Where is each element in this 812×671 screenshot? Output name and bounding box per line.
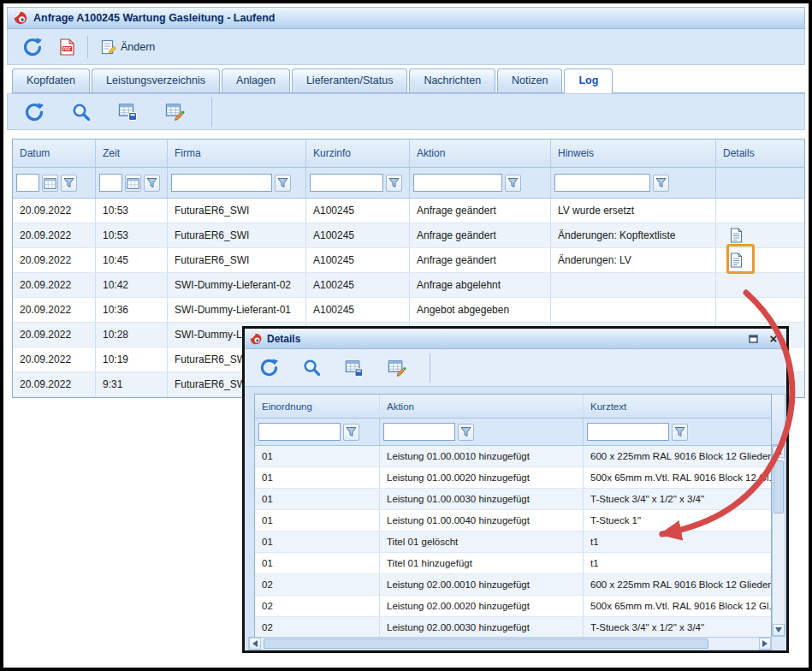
tab-notizen[interactable]: Notizen: [497, 68, 562, 92]
dialog-export-button[interactable]: [341, 356, 368, 380]
dialog-titlebar[interactable]: Details ×: [245, 329, 786, 349]
scrollbar-corner: [772, 637, 785, 650]
refresh-button[interactable]: [18, 34, 47, 60]
cell-datum: 20.09.2022: [13, 347, 96, 371]
filter-funnel-icon[interactable]: [343, 424, 359, 441]
table-row[interactable]: 02 Leistung 02.00.0010 hinzugefügt 600 x…: [255, 574, 771, 596]
grid-search-button[interactable]: [68, 100, 95, 124]
filter-funnel-icon[interactable]: [458, 424, 474, 441]
main-titlebar: Anfrage A100245 Wartung Gasleitung - Lau…: [7, 7, 805, 29]
dialog-title: Details: [267, 333, 740, 345]
table-row[interactable]: 01 Leistung 01.00.0040 hinzugefügt T-Stu…: [255, 510, 771, 531]
column-header-datum[interactable]: Datum: [13, 140, 96, 167]
filter-funnel-icon[interactable]: [275, 175, 291, 192]
column-header-aktion[interactable]: Aktion: [410, 140, 551, 167]
edit-form-icon: [101, 39, 116, 55]
aendern-button[interactable]: Ändern: [97, 37, 159, 57]
table-row[interactable]: 02 Leistung 02.00.0020 hinzugefügt 500x …: [255, 596, 771, 617]
scroll-left-icon[interactable]: [249, 638, 261, 650]
table-row[interactable]: 01 Titel 01 gelöscht t1: [255, 531, 771, 553]
filter-funnel-icon[interactable]: [653, 175, 669, 192]
export-table-icon: [345, 359, 364, 377]
main-toolbar: PDF Ändern: [7, 29, 805, 65]
filter-hinweis-input[interactable]: [554, 174, 650, 192]
table-row[interactable]: 20.09.2022 10:45 FuturaER6_SWI A100245 A…: [13, 248, 804, 273]
table-row[interactable]: 20.09.2022 10:53 FuturaER6_SWI A100245 A…: [13, 223, 804, 248]
cell-zeit: 9:31: [96, 372, 168, 396]
cell-aktion: Anfrage geändert: [410, 223, 551, 247]
cell-firma: FuturaER6_SWI: [168, 248, 306, 272]
tab-lieferanten-status[interactable]: Lieferanten/Status: [292, 68, 407, 92]
table-row[interactable]: 01 Leistung 01.00.0030 hinzugefügt T-Stu…: [255, 489, 771, 510]
column-header-aktion[interactable]: Aktion: [380, 395, 584, 418]
filter-kurztext-input[interactable]: [587, 423, 669, 441]
filter-aktion-input[interactable]: [383, 423, 455, 441]
scroll-up-icon[interactable]: [773, 446, 785, 458]
tab-nachrichten[interactable]: Nachrichten: [409, 68, 495, 92]
cell-hinweis: Änderungen: LV: [551, 248, 716, 272]
grid-export-button[interactable]: [114, 99, 142, 124]
table-row[interactable]: 20.09.2022 10:53 FuturaER6_SWI A100245 A…: [13, 199, 804, 223]
filter-datum-input[interactable]: [16, 174, 39, 192]
dialog-refresh-button[interactable]: [255, 355, 283, 380]
pdf-export-button[interactable]: PDF: [56, 36, 79, 58]
dialog-search-button[interactable]: [299, 356, 325, 379]
cell-datum: 20.09.2022: [13, 223, 96, 247]
tab-log[interactable]: Log: [564, 68, 613, 93]
filter-kurzinfo-input[interactable]: [310, 174, 383, 192]
cell-kurzinfo: A100245: [306, 199, 410, 223]
column-header-kurzinfo[interactable]: Kurzinfo: [306, 140, 410, 167]
refresh-icon: [24, 102, 44, 122]
filter-funnel-icon[interactable]: [386, 175, 402, 192]
cell-aktion: Leistung 02.00.0030 hinzugefügt: [380, 617, 584, 638]
table-row[interactable]: 20.09.2022 10:42 SWI-Dummy-Lieferant-02 …: [13, 273, 804, 298]
refresh-icon: [22, 37, 43, 57]
horizontal-scrollbar[interactable]: [248, 637, 772, 650]
tab-kopfdaten[interactable]: Kopfdaten: [12, 68, 90, 92]
table-row[interactable]: 20.09.2022 10:36 SWI-Dummy-Lieferant-01 …: [13, 298, 804, 323]
close-icon[interactable]: ×: [766, 332, 781, 346]
filter-funnel-icon[interactable]: [61, 175, 77, 192]
filter-einordnung-input[interactable]: [258, 423, 341, 441]
filter-funnel-icon[interactable]: [144, 175, 160, 192]
filter-funnel-icon[interactable]: [505, 175, 521, 192]
column-header-firma[interactable]: Firma: [168, 140, 306, 167]
column-header-details[interactable]: Details: [716, 140, 804, 167]
filter-aktion-input[interactable]: [413, 174, 502, 192]
scroll-right-icon[interactable]: [759, 638, 771, 650]
table-row[interactable]: 01 Leistung 01.00.0010 hinzugefügt 600 x…: [255, 446, 771, 467]
column-header-zeit[interactable]: Zeit: [96, 140, 168, 167]
column-header-kurztext[interactable]: Kurztext: [584, 395, 771, 418]
filter-firma-input[interactable]: [171, 174, 272, 192]
tab-anlagen[interactable]: Anlagen: [222, 68, 290, 92]
dialog-export-edit-button[interactable]: [383, 356, 411, 380]
restore-icon[interactable]: [745, 332, 761, 346]
log-table-header: Datum Zeit Firma Kurzinfo Aktion Hinweis…: [13, 140, 804, 168]
filter-zeit-input[interactable]: [99, 174, 122, 192]
vertical-scroll-thumb[interactable]: [773, 460, 784, 514]
filter-funnel-icon[interactable]: [672, 424, 688, 441]
cell-kurztext: 500x 65mm m.Vtl. RAL 9016 Block 12 Gl.: [584, 467, 771, 488]
horizontal-scroll-thumb[interactable]: [264, 638, 708, 649]
table-row[interactable]: 02 Leistung 02.00.0030 hinzugefügt T-Stu…: [255, 617, 771, 638]
cell-zeit: 10:53: [96, 223, 168, 247]
table-row[interactable]: 01 Titel 01 hinzugefügt t1: [255, 553, 771, 574]
scroll-down-icon[interactable]: [773, 624, 785, 636]
column-header-einordnung[interactable]: Einordnung: [255, 395, 380, 418]
cell-kurzinfo: A100245: [306, 248, 410, 272]
cell-hinweis: [551, 273, 716, 297]
tab-leistungsverzeichnis[interactable]: Leistungsverzeichnis: [92, 68, 220, 92]
details-dialog: Details ×: [242, 326, 789, 653]
details-document-icon[interactable]: [730, 228, 743, 243]
vertical-scrollbar[interactable]: [772, 445, 785, 637]
calendar-icon[interactable]: [42, 175, 58, 192]
calendar-icon[interactable]: [125, 175, 141, 192]
grid-refresh-button[interactable]: [20, 99, 49, 125]
table-row[interactable]: 01 Leistung 01.00.0020 hinzugefügt 500x …: [255, 467, 771, 489]
grid-export-edit-button[interactable]: [161, 99, 189, 124]
filter-cell-kurztext: [584, 419, 771, 445]
cell-details: [716, 298, 804, 322]
cell-datum: 20.09.2022: [13, 372, 96, 396]
cell-firma: FuturaER6_SWI: [168, 199, 306, 223]
column-header-hinweis[interactable]: Hinweis: [551, 140, 716, 167]
